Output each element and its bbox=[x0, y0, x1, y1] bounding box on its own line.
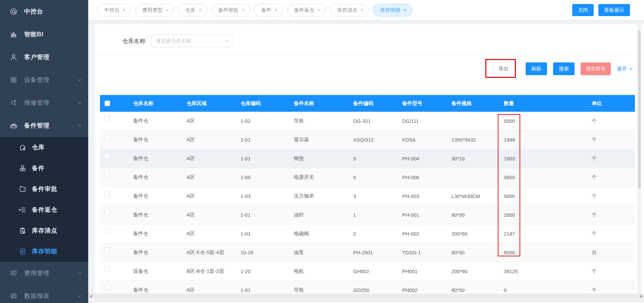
row-checkbox[interactable] bbox=[105, 172, 110, 178]
close-tab-icon[interactable]: × bbox=[123, 8, 125, 12]
close-tab-icon[interactable]: × bbox=[166, 8, 168, 12]
table-cell: 5000 bbox=[499, 187, 587, 205]
sidebar-item-库存清点[interactable]: 库存清点 bbox=[0, 220, 88, 241]
horizontal-scrollbar[interactable] bbox=[88, 294, 644, 299]
close-tab-icon[interactable]: × bbox=[199, 8, 201, 12]
table-cell: 1-20 bbox=[236, 262, 289, 281]
tab-仓库[interactable]: 仓库× bbox=[178, 4, 207, 16]
table-cell: 1-01 bbox=[236, 149, 289, 168]
table-cell: 1-01 bbox=[236, 224, 289, 243]
table-row[interactable]: 备件仓A区1-01导轨GD250PH00280*500个 bbox=[100, 281, 635, 294]
parts-cubes-icon bbox=[18, 164, 26, 172]
tab-费用类型[interactable]: 费用类型× bbox=[135, 4, 174, 16]
sidebar-item-库存明细[interactable]: 库存明细 bbox=[0, 241, 88, 262]
repair-icon bbox=[9, 99, 17, 107]
close-tab-icon[interactable]: × bbox=[361, 8, 363, 12]
table-cell: 电源开关 bbox=[289, 168, 348, 187]
close-tab-icon[interactable]: × bbox=[275, 8, 277, 12]
tab-库存明细[interactable]: 库存明细× bbox=[373, 4, 412, 16]
close-tab-icon[interactable]: × bbox=[242, 8, 245, 12]
sidebar-item-中控台[interactable]: 中控台 bbox=[0, 0, 88, 23]
sidebar-item-备件[interactable]: 备件 bbox=[0, 158, 88, 179]
table-row[interactable]: 备件仓A区1-01显示器XSQ/312FDSA1350*54321999个 bbox=[100, 131, 635, 149]
select-all-checkbox[interactable] bbox=[105, 101, 110, 106]
column-header-备件规格: 备件规格 bbox=[447, 95, 499, 112]
tab-label: 备件 bbox=[261, 7, 271, 13]
select-placeholder: 请选择仓库名称 bbox=[156, 38, 225, 44]
table-cell: A区 bbox=[182, 149, 236, 168]
close-tab-icon[interactable]: × bbox=[318, 8, 320, 12]
sidebar-item-维修管理[interactable]: 维修管理 bbox=[0, 91, 88, 114]
row-checkbox-cell bbox=[100, 131, 128, 149]
table-cell: 显示器 bbox=[289, 131, 348, 149]
bi-chart-icon bbox=[9, 30, 17, 38]
board-display-button[interactable]: 看板展示 bbox=[598, 4, 630, 16]
column-header-数量: 数量 bbox=[499, 95, 587, 112]
table-row[interactable]: 备件仓A区-E仓-5架-4层10-28油泵PH-2001TGSG-180*508… bbox=[100, 243, 635, 262]
table-cell: 2000 bbox=[499, 206, 587, 224]
table-row[interactable]: 备件仓A区1-01电磁阀2PH-002200*602187个 bbox=[100, 224, 635, 243]
export-button[interactable]: 导出 bbox=[493, 62, 514, 75]
table-row[interactable]: 备件仓A区1-01油封1PH-00180*502000个 bbox=[100, 206, 635, 224]
table-cell: 备件仓 bbox=[128, 131, 182, 149]
scroll-left-arrow-icon[interactable] bbox=[90, 295, 92, 298]
close-tab-icon[interactable]: × bbox=[404, 8, 406, 12]
table-cell bbox=[447, 112, 499, 130]
tab-label: 仓库 bbox=[185, 7, 195, 13]
close-tabs-button[interactable]: 关闭 bbox=[572, 4, 594, 16]
scroll-right-arrow-icon[interactable] bbox=[640, 295, 643, 298]
refresh-button[interactable]: 刷新 bbox=[526, 62, 547, 75]
row-checkbox[interactable] bbox=[105, 153, 110, 159]
table-cell: 个 bbox=[587, 206, 635, 224]
row-checkbox[interactable] bbox=[105, 191, 110, 196]
row-checkbox[interactable] bbox=[105, 266, 110, 271]
sidebar-item-备件管理[interactable]: 备件管理 bbox=[0, 114, 88, 137]
vertical-scrollbar-thumb[interactable] bbox=[638, 31, 641, 189]
expand-label: 展开 bbox=[617, 66, 627, 72]
row-checkbox[interactable] bbox=[105, 210, 110, 215]
tab-备件[interactable]: 备件× bbox=[254, 4, 283, 16]
table-cell: 备件仓 bbox=[128, 206, 182, 224]
sidebar-item-备件审批[interactable]: 备件审批 bbox=[0, 179, 88, 199]
column-header-备件编码: 备件编码 bbox=[348, 95, 397, 112]
tab-label: 费用类型 bbox=[142, 7, 162, 13]
sidebar-item-数据报表[interactable]: 数据报表 bbox=[0, 285, 88, 303]
tab-中控台[interactable]: 中控台× bbox=[97, 4, 131, 16]
table-row[interactable]: 备件仓A区1-02导轨DG-321DG/1115000个 bbox=[100, 112, 635, 131]
table-row[interactable]: 备件仓A区1-05电源开关6PH-0063950个 bbox=[100, 168, 635, 187]
table-cell: 1-01 bbox=[236, 206, 289, 224]
row-checkbox[interactable] bbox=[105, 229, 110, 234]
sidebar-item-设备管理[interactable]: 设备管理 bbox=[0, 68, 88, 91]
table-row[interactable]: 设备仓B区-B仓-1架-2层1-20电机GH002PH001200*603912… bbox=[100, 262, 635, 281]
row-checkbox[interactable] bbox=[105, 247, 110, 253]
sidebar-item-备件返仓[interactable]: 备件返仓 bbox=[0, 199, 88, 220]
expand-toggle[interactable]: 展开 bbox=[617, 66, 633, 72]
tab-备件返仓[interactable]: 备件返仓× bbox=[287, 4, 326, 16]
row-checkbox-cell bbox=[100, 206, 128, 224]
row-checkbox[interactable] bbox=[105, 135, 110, 140]
warehouse-name-select[interactable]: 请选择仓库名称 bbox=[152, 35, 234, 47]
content-panel: 仓库名称 请选择仓库名称 导出 刷新 搜索 清空所有 展开 仓库名称仓库区域仓库… bbox=[95, 24, 644, 303]
clear-all-button[interactable]: 清空所有 bbox=[581, 62, 611, 75]
sidebar-item-客户管理[interactable]: 客户管理 bbox=[0, 46, 88, 68]
table-cell: DG-321 bbox=[348, 112, 397, 130]
table-cell: 6 bbox=[348, 168, 397, 187]
vertical-scrollbar[interactable] bbox=[637, 24, 641, 299]
chevron-down-icon bbox=[629, 67, 633, 71]
submenu-备件管理: 仓库备件备件审批备件返仓库存清点库存明细 bbox=[0, 137, 88, 262]
table-cell bbox=[447, 168, 499, 187]
sidebar-item-智能BI[interactable]: 智能BI bbox=[0, 23, 88, 46]
table-cell: 1350*5432 bbox=[447, 131, 499, 149]
tab-备件审批[interactable]: 备件审批× bbox=[211, 4, 250, 16]
row-checkbox[interactable] bbox=[105, 285, 110, 290]
table-cell: 5 bbox=[348, 149, 397, 168]
search-button[interactable]: 搜索 bbox=[553, 62, 575, 75]
table-row[interactable]: 备件仓A区1-01钢垫5PH-00430*101803个 bbox=[100, 149, 635, 168]
table-cell: 电磁阀 bbox=[289, 224, 348, 243]
sidebar-item-费用管理[interactable]: 费用管理 bbox=[0, 262, 88, 285]
chevron-down-icon bbox=[77, 294, 82, 299]
row-checkbox[interactable] bbox=[105, 116, 110, 121]
table-row[interactable]: 备件仓A区1-03压力轴承3PH-003L30*W30CM5000个 bbox=[100, 187, 635, 206]
sidebar-item-仓库[interactable]: 仓库 bbox=[0, 137, 88, 158]
tab-库存清点[interactable]: 库存清点× bbox=[330, 4, 369, 16]
